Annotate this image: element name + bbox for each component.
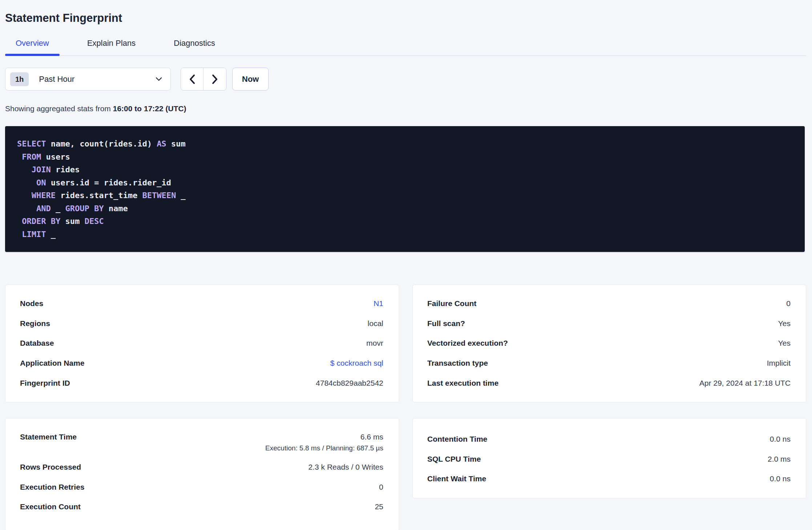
stat-value-wrap: Yes bbox=[778, 339, 791, 348]
page-title: Statement Fingerprint bbox=[5, 10, 806, 26]
stat-label: Fingerprint ID bbox=[20, 379, 70, 388]
stat-row-vectorized-execution: Vectorized execution?Yes bbox=[427, 333, 791, 353]
next-range-button[interactable] bbox=[204, 68, 226, 90]
card-statement-metadata: NodesN1RegionslocalDatabasemovrApplicati… bbox=[5, 285, 399, 402]
stat-label: Statement Time bbox=[20, 433, 77, 441]
sql-keyword: GROUP BY bbox=[65, 204, 104, 213]
sql-text: users bbox=[41, 152, 70, 161]
sql-line: AND _ GROUP BY name bbox=[17, 202, 794, 215]
stat-value-wrap: Apr 29, 2024 at 17:18 UTC bbox=[699, 379, 791, 388]
card-statement-stats: Statement Time6.6 msExecution: 5.8 ms / … bbox=[5, 418, 399, 530]
time-range-stepper bbox=[181, 68, 226, 91]
sql-line: WHERE rides.start_time BETWEEN _ bbox=[17, 189, 794, 202]
sql-text bbox=[17, 230, 22, 239]
stat-row-last-execution-time: Last execution timeApr 29, 2024 at 17:18… bbox=[427, 373, 791, 393]
sql-line: ORDER BY sum DESC bbox=[17, 215, 794, 228]
stat-row-fingerprint-id: Fingerprint ID4784cb829aab2542 bbox=[20, 373, 383, 393]
stat-row-failure-count: Failure Count0 bbox=[427, 294, 791, 314]
sql-keyword: JOIN bbox=[32, 165, 51, 174]
tab-label: Overview bbox=[16, 39, 49, 48]
stat-row-statement-time: Statement Time6.6 msExecution: 5.8 ms / … bbox=[20, 429, 383, 457]
stat-value-wrap: 0.0 ns bbox=[770, 435, 791, 443]
stat-value: 0 bbox=[379, 483, 383, 491]
sql-text bbox=[17, 191, 32, 200]
sql-keyword: AS bbox=[157, 139, 166, 148]
stat-value: movr bbox=[366, 339, 383, 348]
stat-label: Client Wait Time bbox=[427, 474, 486, 483]
stat-value: local bbox=[367, 319, 383, 328]
stat-row-transaction-type: Transaction typeImplicit bbox=[427, 353, 791, 373]
sql-line: SELECT name, count(rides.id) AS sum bbox=[17, 137, 794, 150]
sql-text bbox=[17, 204, 36, 213]
prev-range-button[interactable] bbox=[181, 68, 204, 90]
stat-value-wrap: 2.3 k Reads / 0 Writes bbox=[308, 463, 383, 471]
stat-label: Failure Count bbox=[427, 299, 477, 308]
stat-value-wrap: $ cockroach sql bbox=[330, 359, 383, 368]
stat-row-application-name: Application Name$ cockroach sql bbox=[20, 353, 383, 373]
stat-value-link[interactable]: $ cockroach sql bbox=[330, 359, 383, 368]
sql-text bbox=[17, 217, 22, 226]
sql-text bbox=[17, 165, 32, 174]
tab-diagnostics[interactable]: Diagnostics bbox=[163, 39, 226, 55]
active-tab-underline bbox=[5, 54, 60, 56]
stat-value: Yes bbox=[778, 339, 791, 348]
tab-explain-plans[interactable]: Explain Plans bbox=[77, 39, 146, 55]
summary-cards: NodesN1RegionslocalDatabasemovrApplicati… bbox=[5, 285, 806, 530]
sql-text bbox=[17, 152, 22, 161]
tab-label: Diagnostics bbox=[174, 39, 215, 48]
stat-label: Application Name bbox=[20, 359, 84, 368]
tab-bar: OverviewExplain PlansDiagnostics bbox=[5, 39, 806, 56]
now-button[interactable]: Now bbox=[232, 68, 269, 91]
stat-value: Yes bbox=[778, 319, 791, 328]
stat-row-execution-retries: Execution Retries0 bbox=[20, 477, 383, 497]
sql-keyword: DESC bbox=[84, 217, 104, 226]
stat-value: 2.0 ms bbox=[768, 455, 791, 463]
aggregated-stats-note: Showing aggregated stats from 16:00 to 1… bbox=[5, 104, 806, 113]
stat-row-regions: Regionslocal bbox=[20, 314, 383, 334]
time-picker-row: 1h Past Hour Now bbox=[5, 68, 806, 91]
stat-label: Transaction type bbox=[427, 359, 488, 368]
stat-value-wrap: 4784cb829aab2542 bbox=[316, 379, 383, 388]
stat-value-wrap: 0 bbox=[786, 299, 791, 308]
stat-row-contention-time: Contention Time0.0 ns bbox=[427, 429, 791, 449]
sql-keyword: LIMIT bbox=[22, 230, 46, 239]
stat-row-client-wait-time: Client Wait Time0.0 ns bbox=[427, 469, 791, 489]
stat-value-wrap: local bbox=[367, 319, 383, 328]
sql-text: _ bbox=[46, 230, 56, 239]
sql-keyword: ORDER BY bbox=[22, 217, 60, 226]
stat-row-execution-count: Execution Count25 bbox=[20, 497, 383, 517]
stat-value-wrap: Yes bbox=[778, 319, 791, 328]
stat-label: Nodes bbox=[20, 299, 43, 308]
time-range-dropdown[interactable]: 1h Past Hour bbox=[5, 68, 171, 91]
sql-text bbox=[17, 178, 36, 187]
stat-label: Regions bbox=[20, 319, 50, 328]
sql-text: name bbox=[104, 204, 128, 213]
tab-overview[interactable]: Overview bbox=[5, 39, 60, 55]
stat-value: 0 bbox=[786, 299, 791, 308]
sql-keyword: BETWEEN bbox=[142, 191, 176, 200]
stat-label: Database bbox=[20, 339, 54, 348]
sql-keyword: SELECT bbox=[17, 139, 46, 148]
chevron-right-icon bbox=[211, 74, 219, 85]
stat-value-wrap: Implicit bbox=[767, 359, 791, 368]
stat-label: Last execution time bbox=[427, 379, 499, 388]
stat-row-rows-processed: Rows Processed2.3 k Reads / 0 Writes bbox=[20, 457, 383, 477]
stat-value-link[interactable]: N1 bbox=[374, 299, 383, 308]
stat-value: 2.3 k Reads / 0 Writes bbox=[308, 463, 383, 471]
sql-text: rides bbox=[51, 165, 80, 174]
sql-statement-box: SELECT name, count(rides.id) AS sum FROM… bbox=[5, 126, 805, 252]
aggregated-stats-note-prefix: Showing aggregated stats from bbox=[5, 104, 113, 113]
stat-value: 4784cb829aab2542 bbox=[316, 379, 383, 388]
card-wait-time-stats: Contention Time0.0 nsSQL CPU Time2.0 msC… bbox=[413, 418, 807, 498]
stat-label: Contention Time bbox=[427, 435, 487, 443]
sql-line: LIMIT _ bbox=[17, 228, 794, 241]
sql-statement-text: SELECT name, count(rides.id) AS sum FROM… bbox=[17, 137, 794, 241]
stat-subvalue: Execution: 5.8 ms / Planning: 687.5 µs bbox=[265, 444, 383, 452]
stat-row-full-scan: Full scan?Yes bbox=[427, 314, 791, 334]
stat-value-wrap: 6.6 msExecution: 5.8 ms / Planning: 687.… bbox=[265, 433, 383, 452]
sql-keyword: WHERE bbox=[32, 191, 56, 200]
sql-line: ON users.id = rides.rider_id bbox=[17, 176, 794, 189]
sql-text: sum bbox=[166, 139, 186, 148]
chevron-left-icon bbox=[188, 74, 196, 85]
sql-keyword: ON bbox=[36, 178, 46, 187]
